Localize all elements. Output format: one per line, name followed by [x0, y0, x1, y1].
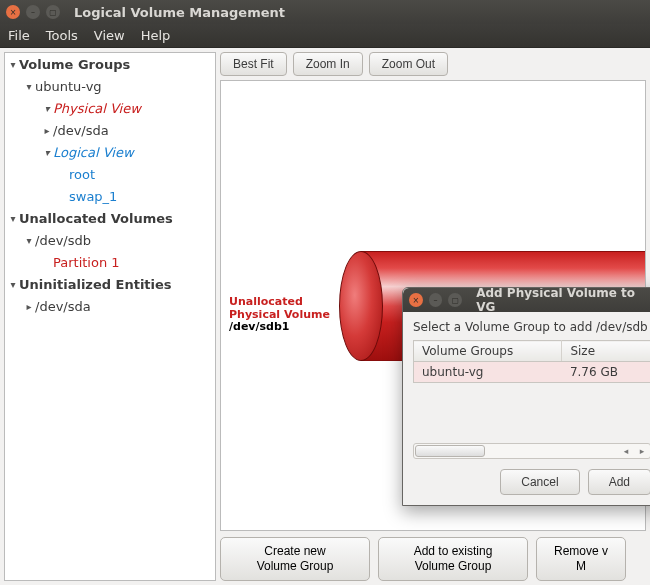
add-pv-dialog: × – ▢ Add Physical Volume to VG Select a…: [402, 287, 650, 506]
twisty-down-icon[interactable]: ▾: [23, 81, 35, 92]
twisty-down-icon[interactable]: ▾: [7, 279, 19, 290]
zoom-out-button[interactable]: Zoom Out: [369, 52, 448, 76]
zoom-toolbar: Best Fit Zoom In Zoom Out: [220, 52, 646, 76]
dialog-minimize-button[interactable]: –: [429, 293, 443, 307]
add-to-vg-button[interactable]: Add to existing Volume Group: [378, 537, 528, 581]
scroll-left-icon[interactable]: ◂: [618, 444, 634, 458]
cell-vg-size: 7.76 GB: [562, 362, 650, 383]
tree-sidebar[interactable]: ▾ Volume Groups ▾ ubuntu-vg ▾ Physical V…: [4, 52, 216, 581]
tree-unallocated-volumes[interactable]: ▾ Unallocated Volumes: [5, 207, 215, 229]
bottom-action-bar: Create new Volume Group Add to existing …: [220, 531, 646, 581]
vg-table[interactable]: Volume Groups Size ubuntu-vg 7.76 GB: [413, 340, 650, 383]
cylinder-cap: [339, 251, 383, 361]
tree-volume-groups[interactable]: ▾ Volume Groups: [5, 53, 215, 75]
menu-tools[interactable]: Tools: [46, 28, 78, 43]
tree-lv-swap[interactable]: ▸ swap_1: [5, 185, 215, 207]
horizontal-scrollbar[interactable]: ◂ ▸: [413, 443, 650, 459]
remove-volume-button[interactable]: Remove v M: [536, 537, 626, 581]
table-row[interactable]: ubuntu-vg 7.76 GB: [414, 362, 651, 383]
twisty-down-icon[interactable]: ▾: [23, 235, 35, 246]
twisty-down-icon[interactable]: ▾: [41, 103, 53, 114]
menu-view[interactable]: View: [94, 28, 125, 43]
add-button[interactable]: Add: [588, 469, 650, 495]
twisty-right-icon[interactable]: ▸: [41, 125, 53, 136]
scrollbar-thumb[interactable]: [415, 445, 485, 457]
tree-vg-ubuntu[interactable]: ▾ ubuntu-vg: [5, 75, 215, 97]
tree-dev-sda-uninit[interactable]: ▸ /dev/sda: [5, 295, 215, 317]
cell-vg-name: ubuntu-vg: [414, 362, 562, 383]
twisty-down-icon[interactable]: ▾: [41, 147, 53, 158]
dialog-close-button[interactable]: ×: [409, 293, 423, 307]
dialog-prompt: Select a Volume Group to add /dev/sdb: [413, 320, 650, 334]
twisty-down-icon[interactable]: ▾: [7, 59, 19, 70]
menu-help[interactable]: Help: [141, 28, 171, 43]
scroll-right-icon[interactable]: ▸: [634, 444, 650, 458]
dialog-maximize-button[interactable]: ▢: [448, 293, 462, 307]
tree-partition-1[interactable]: ▸ Partition 1: [5, 251, 215, 273]
create-vg-button[interactable]: Create new Volume Group: [220, 537, 370, 581]
twisty-right-icon[interactable]: ▸: [23, 301, 35, 312]
tree-lv-root[interactable]: ▸ root: [5, 163, 215, 185]
zoom-in-button[interactable]: Zoom In: [293, 52, 363, 76]
tree-dev-sda[interactable]: ▸ /dev/sda: [5, 119, 215, 141]
tree-dev-sdb[interactable]: ▾ /dev/sdb: [5, 229, 215, 251]
best-fit-button[interactable]: Best Fit: [220, 52, 287, 76]
window-minimize-button[interactable]: –: [26, 5, 40, 19]
col-volume-groups[interactable]: Volume Groups: [414, 341, 562, 362]
window-title: Logical Volume Management: [74, 5, 285, 20]
col-size[interactable]: Size: [562, 341, 650, 362]
tree-physical-view[interactable]: ▾ Physical View: [5, 97, 215, 119]
tree-uninitialized-entities[interactable]: ▾ Uninitialized Entities: [5, 273, 215, 295]
dialog-titlebar: × – ▢ Add Physical Volume to VG: [403, 288, 650, 312]
twisty-down-icon[interactable]: ▾: [7, 213, 19, 224]
tree-logical-view[interactable]: ▾ Logical View: [5, 141, 215, 163]
window-close-button[interactable]: ×: [6, 5, 20, 19]
dialog-title: Add Physical Volume to VG: [476, 287, 650, 314]
window-maximize-button[interactable]: ▢: [46, 5, 60, 19]
menu-file[interactable]: File: [8, 28, 30, 43]
cancel-button[interactable]: Cancel: [500, 469, 579, 495]
volume-label: Unallocated Physical Volume /dev/sdb1: [229, 296, 330, 334]
menubar: File Tools View Help: [0, 24, 650, 48]
window-titlebar: × – ▢ Logical Volume Management: [0, 0, 650, 24]
